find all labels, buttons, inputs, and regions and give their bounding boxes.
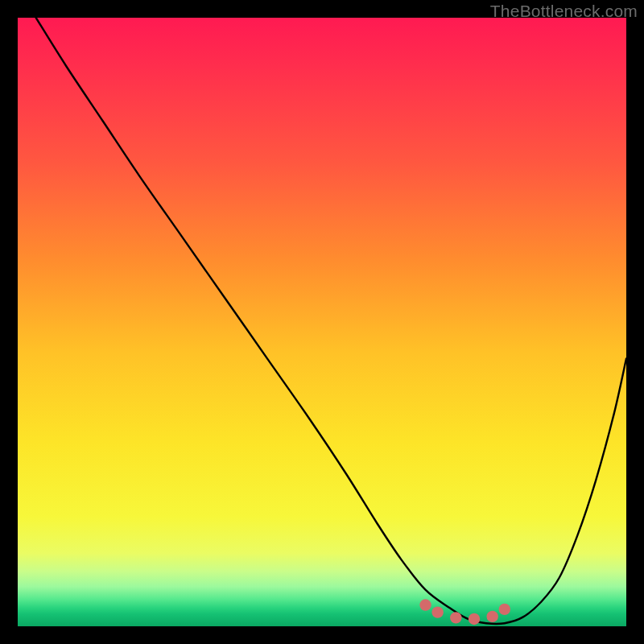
curve-layer xyxy=(18,18,626,626)
valley-marker xyxy=(450,612,461,623)
bottleneck-curve xyxy=(36,18,626,624)
valley-marker xyxy=(499,604,510,615)
valley-marker xyxy=(431,606,443,617)
valley-marker xyxy=(486,611,497,622)
valley-marker xyxy=(419,599,431,610)
chart-stage: TheBottleneck.com xyxy=(0,0,644,644)
plot-area xyxy=(18,18,626,626)
valley-marker-group xyxy=(419,599,510,625)
valley-marker xyxy=(469,613,480,625)
